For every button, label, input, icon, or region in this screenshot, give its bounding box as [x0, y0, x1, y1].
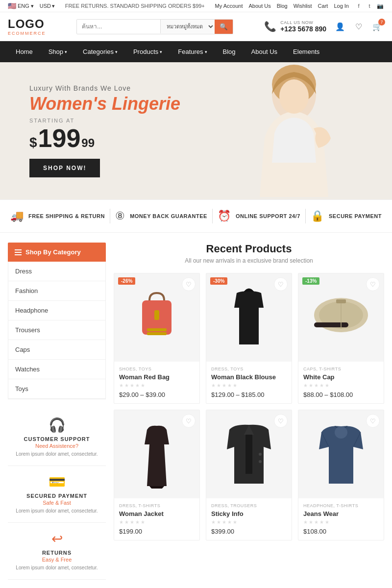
- nav-blog[interactable]: Blog: [215, 41, 244, 62]
- currency-selector[interactable]: USD ▾: [40, 3, 55, 9]
- nav-about[interactable]: About Us: [244, 41, 285, 62]
- search-button[interactable]: 🔍: [215, 20, 233, 34]
- sidebar-cat-headphone[interactable]: Headphone: [8, 301, 105, 320]
- wishlist-link[interactable]: Wishlist: [294, 3, 312, 9]
- shipping-icon: 🚚: [10, 210, 24, 222]
- instagram-icon[interactable]: 📷: [376, 2, 384, 10]
- products-arrow: ▾: [160, 49, 162, 54]
- product-name-4: Woman Jacket: [119, 510, 195, 517]
- feature-divider-1: [110, 209, 110, 223]
- about-us-link[interactable]: About Us: [248, 3, 270, 9]
- wishlist-btn-6[interactable]: ♡: [366, 414, 380, 428]
- nav-categories[interactable]: Categories ▾: [75, 41, 125, 62]
- product-category-1: SHOES, TOYS: [119, 367, 195, 371]
- svg-rect-15: [335, 426, 347, 439]
- cart-icon[interactable]: 🛒 7: [370, 20, 384, 33]
- product-stars-6: ★★★★★: [303, 519, 379, 525]
- feature-payment-text: SECURE PAYMENT: [329, 213, 382, 219]
- cart-badge: 7: [378, 19, 385, 25]
- wishlist-btn-3[interactable]: ♡: [366, 277, 380, 291]
- feature-shipping-text: FREE SHIPPING & RETURN: [28, 213, 105, 219]
- product-img-2: -30% ♡: [206, 273, 292, 362]
- blog-link[interactable]: Blog: [277, 3, 288, 9]
- sidebar-support-desc: Lorem ipsum dolor amet, consectetur.: [16, 451, 98, 458]
- twitter-icon[interactable]: t: [366, 2, 373, 10]
- product-price-3: $88.00 – $108.00: [303, 391, 379, 398]
- product-category-3: CAPS, T-SHIRTS: [303, 367, 379, 371]
- product-category-2: DRESS, TOYS: [211, 367, 287, 371]
- svg-rect-11: [336, 299, 346, 303]
- search-bar: หมวดหมู่ทั้งหมด 🔍: [76, 19, 233, 34]
- hero-image: [235, 62, 353, 199]
- social-icons: f t 📷: [355, 2, 384, 10]
- product-price-6: $108.00: [303, 528, 379, 535]
- sidebar-cat-dress[interactable]: Dress: [8, 262, 105, 281]
- product-card-5: ♡ DRESS, TROUSERS Sticky Info ★★★★★ $399…: [206, 410, 292, 540]
- promo-text: FREE RETURNS. STANDARD SHIPPING ORDERS $…: [65, 3, 205, 9]
- product-info-1: SHOES, TOYS Woman Red Bag ★★★★★ $29.00 –…: [114, 362, 199, 403]
- top-bar-left: 🇺🇸 ENG ▾ USD ▾: [8, 2, 55, 10]
- wishlist-btn-5[interactable]: ♡: [274, 414, 288, 428]
- shop-arrow: ▾: [65, 49, 67, 54]
- credit-card-icon: 💳: [49, 474, 66, 490]
- sidebar-header: Shop By Category: [8, 243, 106, 262]
- phone-info: 📞 CALL US NOW +123 5678 890: [264, 20, 326, 33]
- top-bar: 🇺🇸 ENG ▾ USD ▾ FREE RETURNS. STANDARD SH…: [0, 0, 392, 12]
- product-price-2: $129.00 – $185.00: [211, 391, 287, 398]
- nav-home[interactable]: Home: [8, 41, 41, 62]
- sidebar-returns-title: RETURNS: [42, 550, 72, 556]
- sidebar-cat-caps[interactable]: Caps: [8, 340, 105, 360]
- sidebar-payment-title: SECURED PAYMENT: [26, 493, 87, 499]
- nav-products[interactable]: Products ▾: [125, 41, 170, 62]
- nav-elements[interactable]: Elements: [285, 41, 327, 62]
- svg-point-2: [279, 79, 309, 114]
- sidebar-cat-fashion[interactable]: Fashion: [8, 281, 105, 301]
- lang-selector[interactable]: 🇺🇸 ENG ▾: [8, 2, 34, 10]
- wishlist-btn-4[interactable]: ♡: [182, 414, 196, 428]
- svg-point-13: [259, 453, 262, 456]
- category-dropdown[interactable]: หมวดหมู่ทั้งหมด: [160, 20, 215, 33]
- svg-rect-6: [154, 310, 159, 320]
- product-img-3: -13% ♡: [298, 273, 384, 362]
- search-input[interactable]: [77, 20, 160, 33]
- login-link[interactable]: Log In: [334, 3, 349, 9]
- hero-cta-button[interactable]: SHOP NOW!: [29, 159, 100, 177]
- sidebar-payment-desc: Lorem ipsum dolor amet, consectetur.: [16, 508, 98, 514]
- hero-price-main: 199: [38, 125, 81, 151]
- section-subtitle: All our new arrivals in a exclusive bran…: [114, 257, 384, 264]
- product-img-4: ♡: [114, 410, 199, 498]
- support-icon: ⏰: [218, 210, 231, 222]
- sidebar-cat-trousers[interactable]: Trousers: [8, 320, 105, 340]
- feature-money-back-text: MONEY BACK GUARANTEE: [130, 213, 207, 219]
- money-back-icon: ⑧: [115, 210, 125, 222]
- sidebar-cat-watches[interactable]: Watches: [8, 360, 105, 379]
- feature-support-text: ONLINE SUPPORT 24/7: [236, 213, 300, 219]
- feature-bar: 🚚 FREE SHIPPING & RETURN ⑧ MONEY BACK GU…: [0, 199, 392, 233]
- feature-payment: 🔒 SECURE PAYMENT: [311, 210, 382, 222]
- header-right: 📞 CALL US NOW +123 5678 890 👤 ♡ 🛒 7: [264, 20, 384, 33]
- wishlist-btn-2[interactable]: ♡: [274, 277, 288, 291]
- main-nav: Home Shop ▾ Categories ▾ Products ▾ Feat…: [0, 41, 392, 62]
- facebook-icon[interactable]: f: [355, 2, 363, 10]
- product-card-3: -13% ♡ CAPS, T-SHIRTS White Cap ★★★★★: [298, 273, 384, 404]
- cart-link[interactable]: Cart: [318, 3, 328, 9]
- sidebar-returns-subtitle: Easy & Free: [42, 557, 72, 563]
- wishlist-icon[interactable]: ♡: [352, 20, 366, 33]
- feature-support: ⏰ ONLINE SUPPORT 24/7: [218, 210, 300, 222]
- sidebar-title: Shop By Category: [25, 248, 81, 256]
- nav-features[interactable]: Features ▾: [170, 41, 215, 62]
- products-section: Recent Products All our new arrivals in …: [114, 243, 384, 580]
- nav-shop[interactable]: Shop ▾: [41, 41, 75, 62]
- my-account-link[interactable]: My Account: [215, 3, 243, 9]
- sidebar-support-title: CUSTOMER SUPPORT: [24, 436, 90, 442]
- logo[interactable]: LOGO eCommerce: [8, 17, 46, 36]
- sidebar-returns-desc: Lorem ipsum dolor amet, consectetur.: [16, 564, 98, 571]
- hero-illustration: [235, 65, 353, 197]
- hero-price-dollar: $: [29, 135, 37, 150]
- categories-arrow: ▾: [115, 49, 118, 54]
- user-icon[interactable]: 👤: [333, 20, 347, 33]
- svg-rect-4: [147, 332, 167, 335]
- wishlist-btn-1[interactable]: ♡: [182, 277, 196, 291]
- sidebar-cat-toys[interactable]: Toys: [8, 379, 105, 399]
- sidebar-info-support: 🎧 CUSTOMER SUPPORT Need Assistence? Lore…: [8, 409, 106, 466]
